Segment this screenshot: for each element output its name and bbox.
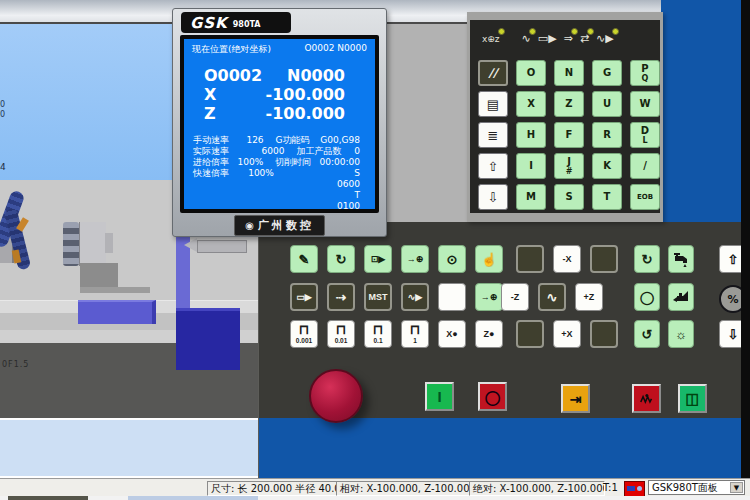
mst-lock-button[interactable]: MST — [364, 283, 392, 311]
key-u[interactable]: U — [592, 91, 622, 117]
x-zero-return-button[interactable]: X● — [438, 320, 466, 348]
key-eob[interactable]: EOB — [630, 184, 660, 210]
relative-position-readout: 相对: X-100.000, Z-100.000 — [336, 481, 474, 496]
crt-info-l2: 切削时间 — [275, 157, 319, 168]
page-down-key[interactable]: ≣ — [478, 122, 508, 148]
key-r[interactable]: R — [592, 122, 622, 148]
feed-hold-button[interactable]: ⇥ — [561, 384, 590, 413]
crt-info-l1: 手动速率 — [193, 135, 233, 146]
key-p[interactable]: PQ — [630, 60, 660, 86]
key-g[interactable]: G — [592, 60, 622, 86]
cross-slide — [80, 263, 118, 289]
panel-group: ↻ — [634, 245, 694, 273]
position-mode-title: 现在位置(绝对坐标) — [192, 43, 271, 56]
coolant-button[interactable] — [668, 245, 694, 273]
jog-plus-x-button[interactable]: +X — [553, 320, 581, 348]
key-o[interactable]: O — [516, 60, 546, 86]
key-k[interactable]: K — [592, 153, 622, 179]
cycle-stop-button[interactable] — [632, 384, 661, 413]
saddle-block — [78, 300, 156, 324]
tailstock-quill — [197, 240, 247, 253]
crt-info-rows: 手动速率126G功能码G00,G98实际速率6000加工产品数0进给倍率100%… — [184, 135, 375, 209]
jog-plus-z-button[interactable]: +Z — [575, 283, 603, 311]
spindle-stop-button[interactable]: ◯ — [634, 283, 660, 311]
step-1-button[interactable]: ⊓1 — [401, 320, 429, 348]
key-t[interactable]: T — [592, 184, 622, 210]
block-skip-button[interactable]: ⇢ — [327, 283, 355, 311]
skip-indicator: ⇒ — [564, 32, 573, 46]
blank-key[interactable] — [590, 245, 618, 273]
x-axis-row: X -100.000 — [184, 85, 375, 104]
program-zero-button[interactable]: →⊕ — [475, 283, 503, 311]
crt-info-row: 实际速率6000加工产品数0 — [184, 146, 375, 157]
jog-minus-x-button[interactable]: -X — [553, 245, 581, 273]
mdi-mode-button[interactable]: ⊡▶ — [364, 245, 392, 273]
power-on-button[interactable]: I — [425, 382, 454, 411]
key-z[interactable]: Z — [554, 91, 584, 117]
auto-mode-button[interactable]: ↻ — [327, 245, 355, 273]
program-number-header: O0002 N0000 — [305, 43, 368, 56]
spindle-cw-button[interactable]: ↻ — [634, 245, 660, 273]
crt-info-v2: 0 — [354, 146, 366, 157]
jog-minus-z-button[interactable]: -Z — [501, 283, 529, 311]
tool-change-button[interactable]: ☼ — [668, 320, 694, 348]
app-background-blue — [661, 0, 741, 232]
rapid-traverse-button[interactable]: ∿ — [538, 283, 566, 311]
manual-mode-button[interactable]: ☝ — [475, 245, 503, 273]
panel-group: -Z∿+Z — [501, 283, 603, 311]
single-block-button[interactable]: ▭▶ — [290, 283, 318, 311]
page-up-key[interactable]: ▤ — [478, 91, 508, 117]
step-0001-button[interactable]: ⊓0.001 — [290, 320, 318, 348]
spindle-ccw-button[interactable]: ↺ — [634, 320, 660, 348]
taskbar-edge — [0, 496, 750, 500]
crt-header: 现在位置(绝对坐标) O0002 N0000 — [184, 39, 375, 56]
z-zero-return-button[interactable]: Z● — [475, 320, 503, 348]
panel-group: -X — [516, 245, 618, 273]
key-n[interactable]: N — [554, 60, 584, 86]
crt-bezel: 现在位置(绝对坐标) O0002 N0000 O0002 N0000 X -10… — [180, 35, 379, 213]
z-axis-label: Z — [204, 104, 265, 123]
key-s[interactable]: S — [554, 184, 584, 210]
key-i[interactable]: I — [516, 153, 546, 179]
key-w[interactable]: W — [630, 91, 660, 117]
turret-disc — [63, 222, 79, 266]
manufacturer-badge: ◉ 广州数控 — [234, 215, 325, 236]
panel-group: ◯ — [634, 283, 694, 311]
cursor-up-key[interactable]: ⇧ — [478, 153, 508, 179]
blank-key[interactable] — [516, 245, 544, 273]
edit-mode-button[interactable]: ✎ — [290, 245, 318, 273]
panel-type-value: GSK980T面板 — [652, 482, 718, 493]
status-bar: 尺寸: 长 200.000 半径 40.00 相对: X-100.000, Z-… — [0, 478, 750, 496]
step-001-button[interactable]: ⊓0.01 — [327, 320, 355, 348]
dropdown-arrow-icon[interactable]: ▼ — [730, 482, 743, 493]
key-h[interactable]: H — [516, 122, 546, 148]
power-off-button[interactable]: ◯ — [478, 382, 507, 411]
tailstock-center — [184, 238, 197, 252]
mdi-keyboard-panel: x⊕z∿▭▶⇒⇄∿▶ //ONGPQ▤XZUW≣HFRDL⇧IJ#K/⇩MSTE… — [467, 12, 663, 222]
crt-info-row: 手动速率126G功能码G00,G98 — [184, 135, 375, 146]
cycle-start-button[interactable]: ◫ — [678, 384, 707, 413]
dry-run-button[interactable]: ∿▶ — [401, 283, 429, 311]
key-slash[interactable]: / — [630, 153, 660, 179]
manufacturer-logo-icon: ◉ — [245, 220, 254, 231]
machine-zero-mode-button[interactable]: →⊕ — [401, 245, 429, 273]
crt-info-v1: 6000 — [245, 146, 284, 157]
blank-key[interactable] — [590, 320, 618, 348]
step-01-button[interactable]: ⊓0.1 — [364, 320, 392, 348]
key-m[interactable]: M — [516, 184, 546, 210]
lubricant-button[interactable] — [668, 283, 694, 311]
panel-type-select[interactable]: GSK980T面板 ▼ — [648, 480, 745, 495]
step-mode-button[interactable]: ⊙ — [438, 245, 466, 273]
taskbar-segment — [8, 496, 88, 500]
key-d[interactable]: DL — [630, 122, 660, 148]
crt-info-l1: 快速倍率 — [193, 168, 239, 209]
key-f[interactable]: F — [554, 122, 584, 148]
crt-info-l1: 实际速率 — [193, 146, 245, 157]
reset-key[interactable]: // — [478, 60, 508, 86]
key-j[interactable]: J# — [554, 153, 584, 179]
cursor-down-key[interactable]: ⇩ — [478, 184, 508, 210]
key-x[interactable]: X — [516, 91, 546, 117]
blank-key[interactable] — [516, 320, 544, 348]
blank-key[interactable] — [438, 283, 466, 311]
emergency-stop-button[interactable] — [309, 369, 363, 423]
